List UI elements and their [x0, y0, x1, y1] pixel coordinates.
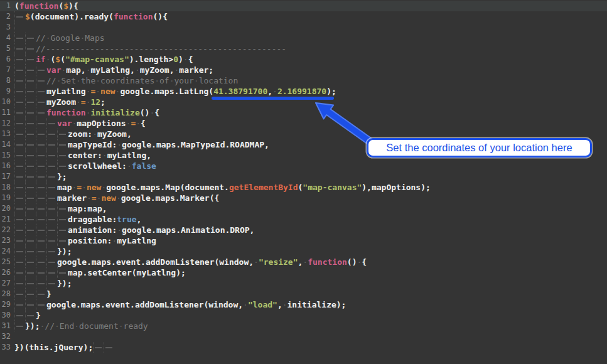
tab-whitespace — [57, 150, 68, 161]
code-line[interactable]: 26map.setCenter(myLatlng); — [0, 267, 607, 278]
code-line[interactable]: 16scrollwheel:·false — [0, 161, 607, 171]
code-text: map:map, — [14, 203, 107, 214]
code-text: zoom:·myZoom, — [14, 129, 132, 139]
code-line[interactable]: 25google.maps.event.addDomListener(windo… — [0, 257, 607, 267]
code-line[interactable]: 20map:map, — [0, 203, 607, 214]
code-line[interactable]: 33})(this.jQuery); — [0, 342, 607, 353]
tab-whitespace — [57, 161, 68, 171]
tab-whitespace — [14, 43, 25, 54]
tab-whitespace — [36, 203, 46, 214]
tab-whitespace — [36, 278, 46, 289]
tab-whitespace — [14, 161, 25, 171]
tab-whitespace — [25, 171, 36, 182]
code-line[interactable]: 11function·initialize()·{ — [0, 107, 607, 118]
line-number: 9 — [0, 86, 11, 97]
tab-whitespace — [14, 54, 25, 65]
code-line[interactable]: 12var·mapOptions·=·{ — [0, 118, 607, 129]
code-line[interactable]: 2$(document).ready(function(){ — [0, 11, 607, 22]
line-number: 13 — [0, 129, 11, 139]
line-number: 15 — [0, 150, 11, 161]
tab-whitespace — [25, 54, 36, 65]
tab-whitespace — [14, 150, 25, 161]
tab-whitespace — [14, 193, 25, 203]
tab-whitespace — [25, 267, 36, 278]
line-number: 8 — [0, 75, 11, 86]
code-line[interactable]: 4//·Google·Maps — [0, 33, 607, 43]
code-text: })(this.jQuery); — [14, 342, 114, 353]
line-number: 18 — [0, 182, 11, 193]
code-line[interactable]: 28} — [0, 289, 607, 299]
code-text: myZoom·=·12; — [14, 97, 105, 107]
code-line[interactable]: 32 — [0, 331, 607, 342]
tab-whitespace — [25, 161, 36, 171]
tab-whitespace — [46, 139, 57, 150]
tab-whitespace — [25, 225, 36, 235]
code-line[interactable]: 31});·//·End·document·ready — [0, 321, 607, 331]
code-text: animation:·google.maps.Animation.DROP, — [14, 225, 254, 235]
tab-whitespace — [57, 214, 68, 225]
code-line[interactable]: 9myLatlng·=·new·google.maps.LatLng(41.38… — [0, 86, 607, 97]
code-line[interactable]: 29google.maps.event.addDomListener(windo… — [0, 299, 607, 310]
code-line[interactable]: 7var·map,·myLatlng,·myZoom,·marker; — [0, 65, 607, 75]
tab-whitespace — [36, 289, 46, 299]
code-text: (function($){ — [14, 1, 78, 11]
tab-whitespace — [57, 129, 68, 139]
tab-whitespace — [25, 97, 36, 107]
tab-whitespace — [14, 139, 25, 150]
code-text: draggable:true, — [14, 214, 141, 225]
tab-whitespace — [14, 182, 25, 193]
tab-whitespace — [36, 161, 46, 171]
code-text — [14, 22, 25, 33]
line-number: 17 — [0, 171, 11, 182]
tab-whitespace — [46, 182, 57, 193]
code-text: google.maps.event.addDomListener(window,… — [14, 257, 367, 267]
tab-whitespace — [14, 75, 25, 86]
code-text: myLatlng·=·new·google.maps.LatLng(41.387… — [14, 86, 336, 97]
line-number: 30 — [0, 310, 11, 321]
code-line[interactable]: 6if·($("#map-canvas").length>0)·{ — [0, 54, 607, 65]
code-text: var·map,·myLatlng,·myZoom,·marker; — [14, 65, 213, 75]
tab-whitespace — [46, 267, 57, 278]
tab-whitespace — [14, 235, 25, 246]
code-text: map.setCenter(myLatlng); — [14, 267, 186, 278]
code-line[interactable]: 22animation:·google.maps.Animation.DROP, — [0, 225, 607, 235]
tab-whitespace — [25, 193, 36, 203]
code-line[interactable]: 23position:·myLatlng — [0, 235, 607, 246]
tab-whitespace — [46, 171, 57, 182]
tab-whitespace — [57, 267, 68, 278]
code-editor[interactable]: 1(function($){2$(document).ready(functio… — [0, 0, 607, 364]
annotation-callout: Set the coordinates of your location her… — [367, 138, 592, 158]
tab-whitespace — [25, 86, 36, 97]
code-line[interactable]: 24}); — [0, 246, 607, 257]
line-number: 26 — [0, 267, 11, 278]
code-line[interactable]: 19marker·=·new·google.maps.Marker({ — [0, 193, 607, 203]
line-number: 4 — [0, 33, 11, 43]
tab-whitespace — [36, 235, 46, 246]
line-number: 16 — [0, 161, 11, 171]
code-line[interactable]: 18map·=·new·google.maps.Map(document.get… — [0, 182, 607, 193]
code-line[interactable]: 8//·Set·the·coordinates·of·your·location — [0, 75, 607, 86]
code-line[interactable]: 27}); — [0, 278, 607, 289]
code-text: var·mapOptions·=·{ — [14, 118, 146, 129]
code-line[interactable]: 21draggable:true, — [0, 214, 607, 225]
code-line[interactable]: 30} — [0, 310, 607, 321]
tab-whitespace — [36, 107, 46, 118]
line-number: 29 — [0, 299, 11, 310]
tab-whitespace — [14, 129, 25, 139]
tab-whitespace — [25, 278, 36, 289]
tab-whitespace — [25, 139, 36, 150]
tab-whitespace — [57, 139, 68, 150]
code-line[interactable]: 17}; — [0, 171, 607, 182]
tab-whitespace — [46, 246, 57, 257]
tab-whitespace — [93, 342, 104, 353]
code-text: marker·=·new·google.maps.Marker({ — [14, 193, 219, 203]
code-line[interactable]: 1(function($){ — [0, 1, 607, 11]
tab-whitespace — [25, 150, 36, 161]
tab-whitespace — [25, 129, 36, 139]
tab-whitespace — [14, 257, 25, 267]
code-text: //·Google·Maps — [14, 33, 105, 43]
tab-whitespace — [36, 214, 46, 225]
code-line[interactable]: 5//-------------------------------------… — [0, 43, 607, 54]
tab-whitespace — [36, 97, 46, 107]
code-line[interactable]: 3 — [0, 22, 607, 33]
